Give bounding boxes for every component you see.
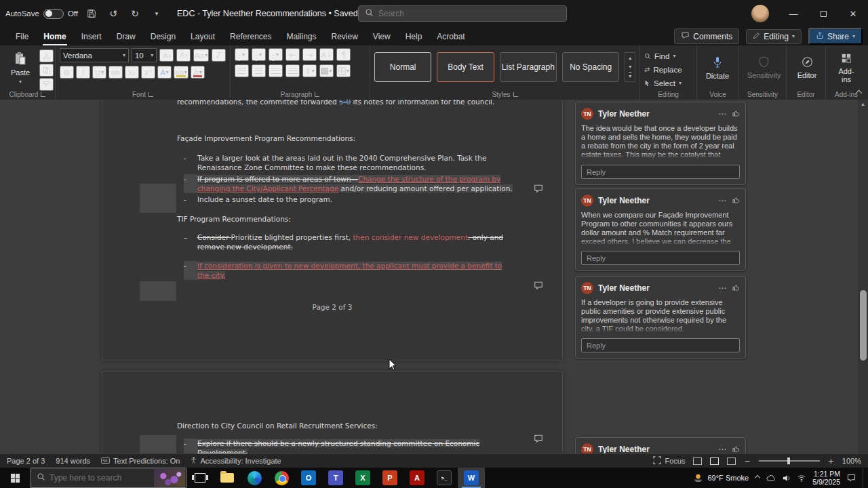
comment-reply-input[interactable]: [581, 338, 740, 352]
tab-insert[interactable]: Insert: [74, 27, 109, 45]
vertical-scrollbar[interactable]: ▴: [858, 100, 868, 453]
taskbar-app-excel[interactable]: X: [349, 468, 376, 488]
shrink-font-icon[interactable]: A▾: [176, 49, 191, 62]
comment-more-options-icon[interactable]: ⋯: [718, 283, 727, 293]
align-center-icon[interactable]: [252, 64, 266, 77]
line-spacing-icon[interactable]: ⇕▾: [302, 64, 317, 77]
tab-view[interactable]: View: [366, 27, 398, 45]
replace-button[interactable]: ⇄ Replace: [644, 63, 692, 76]
bold-icon[interactable]: B: [60, 66, 74, 79]
comment-card-1[interactable]: TN Tyler Neether ⋯ The idea would be tha…: [575, 102, 746, 185]
text-predictions[interactable]: Text Predictions: On: [101, 457, 180, 465]
print-layout-icon[interactable]: [710, 458, 719, 465]
grow-font-icon[interactable]: A▴: [159, 49, 174, 62]
comment-like-icon[interactable]: [732, 282, 740, 294]
onedrive-icon[interactable]: [766, 474, 776, 481]
restore-button[interactable]: [808, 0, 838, 27]
focus-mode-button[interactable]: Focus: [653, 456, 685, 466]
search-box[interactable]: [358, 5, 567, 22]
comment-more-options-icon[interactable]: ⋯: [718, 445, 727, 453]
decrease-indent-icon[interactable]: ⇤: [285, 48, 300, 61]
comment-reply-input[interactable]: [581, 251, 740, 265]
user-avatar[interactable]: [751, 5, 769, 22]
editor-button[interactable]: Editor: [791, 48, 823, 87]
font-name-select[interactable]: Verdana▾: [60, 48, 129, 62]
network-icon[interactable]: [797, 474, 806, 482]
web-layout-icon[interactable]: [727, 458, 736, 465]
close-button[interactable]: ✕: [838, 0, 868, 27]
tab-review[interactable]: Review: [324, 27, 366, 45]
taskbar-search-input[interactable]: [50, 473, 138, 483]
find-button[interactable]: Find▾: [644, 49, 692, 62]
paste-button[interactable]: Paste ▾: [4, 48, 37, 87]
zoom-in-button[interactable]: +: [828, 457, 834, 466]
sensitivity-button[interactable]: Sensitivity: [743, 48, 785, 87]
addins-button[interactable]: Add-ins: [830, 48, 863, 87]
scrollbar-thumb[interactable]: [860, 290, 867, 361]
tab-help[interactable]: Help: [398, 27, 430, 45]
dictate-button[interactable]: Dictate: [701, 48, 734, 87]
word-count[interactable]: 914 words: [56, 457, 90, 465]
align-right-icon[interactable]: [269, 64, 283, 77]
justify-icon[interactable]: [285, 64, 300, 77]
comment-card-2[interactable]: TN Tyler Neether ⋯ When we compare our F…: [575, 188, 746, 271]
comment-more-options-icon[interactable]: ⋯: [718, 109, 727, 119]
zoom-out-button[interactable]: −: [744, 457, 750, 466]
accessibility-checker[interactable]: Accessibility: Investigate: [191, 456, 281, 466]
clipboard-group-label[interactable]: Clipboard: [0, 91, 55, 98]
taskbar-app-outlook[interactable]: O: [295, 468, 322, 488]
show-desktop-button[interactable]: [863, 468, 865, 488]
style-normal[interactable]: Normal: [374, 52, 431, 82]
tab-file[interactable]: File: [8, 27, 36, 45]
taskbar-app-terminal[interactable]: >_: [431, 468, 458, 488]
quick-access-customize-icon[interactable]: ▾: [149, 5, 165, 22]
style-body-text[interactable]: Body Text: [437, 52, 494, 82]
comments-button[interactable]: Comments: [674, 28, 739, 44]
document-page-2[interactable]: recommendations, the committee forwarded…: [102, 100, 563, 361]
zoom-level[interactable]: 100%: [842, 457, 861, 465]
search-input[interactable]: [378, 9, 560, 18]
font-size-select[interactable]: 10▾: [132, 48, 157, 62]
format-painter-icon[interactable]: [39, 78, 54, 91]
hidden-icons-chevron[interactable]: [755, 475, 760, 481]
taskbar-app-acrobat[interactable]: A: [403, 468, 431, 488]
align-left-icon[interactable]: [235, 64, 249, 77]
multilevel-list-icon[interactable]: ▾: [269, 48, 283, 61]
taskbar-app-file-explorer[interactable]: [214, 468, 241, 488]
undo-icon[interactable]: ↺: [105, 5, 121, 22]
autosave-toggle[interactable]: AutoSave Off: [5, 9, 78, 19]
styles-gallery-scroll[interactable]: ▴ ▾ ▾: [625, 52, 635, 82]
bullet-list-icon[interactable]: ▾: [235, 48, 249, 61]
shading-icon[interactable]: ▾: [319, 64, 334, 77]
comment-reply-input[interactable]: [581, 165, 740, 179]
select-button[interactable]: Select▾: [644, 77, 692, 89]
italic-icon[interactable]: I: [76, 66, 90, 79]
comment-like-icon[interactable]: [732, 443, 740, 453]
cut-icon[interactable]: [39, 49, 54, 62]
comment-card-3[interactable]: TN Tyler Neether ⋯ If a developer is goi…: [575, 276, 746, 359]
highlight-color-icon[interactable]: ab▾: [174, 66, 189, 79]
page-indicator[interactable]: Page 2 of 3: [7, 457, 45, 465]
autosave-switch[interactable]: [43, 9, 64, 19]
comment-anchor-icon-2[interactable]: [533, 281, 545, 291]
copy-icon[interactable]: [39, 64, 54, 77]
style-no-spacing[interactable]: No Spacing: [562, 52, 619, 82]
comment-card-4[interactable]: TN Tyler Neether ⋯: [575, 437, 746, 453]
clear-formatting-icon[interactable]: [212, 49, 226, 62]
tab-references[interactable]: References: [222, 27, 279, 45]
save-icon[interactable]: [83, 5, 100, 22]
start-button[interactable]: [0, 468, 31, 488]
comment-anchor-icon-3[interactable]: [533, 434, 545, 444]
volume-icon[interactable]: [783, 474, 791, 482]
increase-indent-icon[interactable]: ⇥: [302, 48, 317, 61]
tab-mailings[interactable]: Mailings: [279, 27, 323, 45]
share-button[interactable]: Share ▾: [808, 28, 863, 45]
borders-icon[interactable]: ▾: [336, 64, 351, 77]
underline-icon[interactable]: U▾: [92, 66, 106, 79]
comment-anchor-icon-1[interactable]: [533, 184, 545, 194]
zoom-slider[interactable]: [759, 460, 820, 462]
tab-acrobat[interactable]: Acrobat: [429, 27, 472, 45]
read-mode-icon[interactable]: [693, 458, 702, 465]
document-title[interactable]: EDC - Tyler Neether Recommendations • Sa…: [177, 9, 365, 18]
comment-like-icon[interactable]: [732, 108, 740, 120]
